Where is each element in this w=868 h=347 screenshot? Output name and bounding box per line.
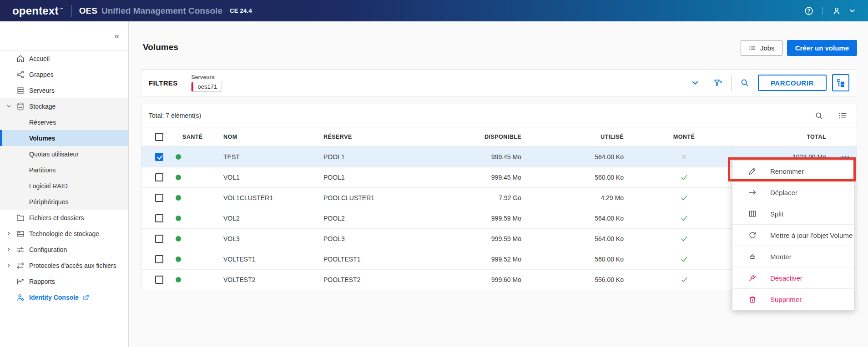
split-columns-icon	[748, 209, 757, 218]
browse-button[interactable]: PARCOURIR	[758, 75, 827, 91]
column-header-utilise[interactable]: UTILISÉ	[521, 134, 624, 140]
volume-total: 1023.00 Mo	[744, 153, 826, 161]
menu-item-supprimer[interactable]: Supprimer	[732, 289, 854, 310]
clear-filter-funnel-icon[interactable]	[713, 78, 723, 88]
page-actions: Jobs Créer un volume	[741, 40, 857, 56]
select-all-checkbox[interactable]	[155, 133, 163, 141]
sidebar-item-volumes[interactable]: Volumes	[0, 130, 128, 146]
column-settings-icon[interactable]	[838, 111, 848, 121]
report-chart-icon	[16, 277, 25, 286]
sidebar-collapse-icon[interactable]: «	[114, 31, 119, 40]
volume-used: 560.00 Ko	[521, 256, 624, 263]
chevron-right-icon	[6, 262, 16, 268]
chevron-right-icon	[6, 246, 16, 252]
row-checkbox[interactable]	[155, 214, 163, 222]
sidebar-item-label: Quotas utilisateur	[29, 151, 79, 158]
mounted-check-icon	[680, 235, 688, 243]
sidebar-collapse-row: «	[0, 21, 128, 50]
row-checkbox-checked[interactable]	[155, 153, 163, 161]
volume-pool: POOL1	[310, 153, 460, 161]
filter-group-serveurs: Serveurs oes171	[191, 74, 222, 92]
sidebar-item-fichiers-et-dossiers[interactable]: Fichiers et dossiers	[0, 210, 128, 226]
sidebar-item-accueil[interactable]: Accueil	[0, 50, 128, 66]
create-volume-button[interactable]: Créer un volume	[787, 40, 857, 56]
sidebar-item-serveurs[interactable]: Serveurs	[0, 82, 128, 98]
swap-arrows-icon	[16, 261, 25, 270]
health-status-dot	[176, 195, 181, 201]
row-checkbox[interactable]	[155, 173, 163, 181]
expand-filters-chevron-down-icon[interactable]	[690, 78, 700, 88]
sidebar-item-label: Volumes	[29, 135, 55, 142]
search-icon[interactable]	[740, 78, 750, 88]
pencil-icon	[748, 166, 757, 176]
sidebar-item-label: Rapports	[29, 278, 55, 285]
volume-name: VOLTEST2	[210, 276, 310, 283]
sidebar-item-logiciel-raid[interactable]: Logiciel RAID	[0, 178, 128, 194]
toolbar-divider	[831, 110, 831, 121]
sidebar-item-reserves[interactable]: Réserves	[0, 114, 128, 130]
sidebar-item-technologie-de-stockage[interactable]: Technologie de stockage	[0, 226, 128, 241]
column-header-disponible[interactable]: DISPONIBLE	[460, 134, 521, 140]
column-header-total[interactable]: TOTAL	[744, 134, 826, 140]
sidebar: « Accueil Grappes Serveurs	[0, 21, 129, 347]
menu-item-desactiver[interactable]: Désactiver	[732, 267, 854, 289]
sidebar-item-label: Grappes	[29, 71, 54, 78]
sidebar-item-label: Accueil	[29, 55, 50, 62]
storage-tech-icon	[16, 229, 25, 238]
volume-available: 999.52 Mo	[460, 256, 521, 263]
column-header-sante[interactable]: SANTÉ	[169, 134, 210, 140]
arrow-right-icon	[748, 188, 757, 197]
column-header-monte[interactable]: MONTÉ	[624, 134, 744, 140]
sidebar-item-label: Configuration	[29, 246, 67, 253]
row-checkbox[interactable]	[155, 235, 163, 243]
sidebar-item-peripheriques[interactable]: Périphériques	[0, 194, 128, 210]
opentext-logo: opentext™	[12, 5, 63, 17]
user-icon[interactable]	[832, 6, 842, 16]
server-filter-chip[interactable]: oes171	[191, 82, 222, 92]
volume-pool: POOLTEST2	[310, 276, 460, 283]
top-bar: opentext™ OES Unified Management Console…	[0, 0, 868, 21]
chevron-right-icon	[6, 231, 16, 236]
header-divider	[71, 5, 72, 17]
health-status-dot	[176, 236, 181, 241]
menu-item-deplacer[interactable]: Déplacer	[732, 182, 854, 203]
filter-divider	[731, 75, 732, 91]
sidebar-item-stockage[interactable]: Stockage	[0, 98, 128, 114]
menu-item-monter[interactable]: Monter	[732, 246, 854, 267]
sidebar-item-configuration[interactable]: Configuration	[0, 241, 128, 257]
menu-item-split[interactable]: Split	[732, 203, 854, 225]
row-checkbox[interactable]	[155, 194, 163, 202]
identity-user-gear-icon	[16, 293, 25, 302]
sidebar-item-label: Identity Console	[29, 294, 79, 301]
chevron-down-icon	[6, 103, 16, 109]
account-chevron-down-icon[interactable]	[848, 7, 856, 15]
sidebar-item-quotas-utilisateur[interactable]: Quotas utilisateur	[0, 146, 128, 162]
row-checkbox[interactable]	[155, 276, 163, 284]
menu-item-renommer[interactable]: Renommer	[732, 161, 854, 182]
volume-pool: POOLTEST1	[310, 256, 460, 263]
column-header-reserve[interactable]: RÉSERVE	[310, 134, 460, 140]
volume-used: 564.00 Ko	[521, 235, 624, 242]
sidebar-item-identity-console[interactable]: Identity Console	[0, 289, 128, 305]
page-title: Volumes	[143, 42, 178, 52]
sidebar-item-label: Réserves	[29, 119, 56, 126]
mounted-check-icon	[680, 194, 688, 202]
refresh-icon	[748, 231, 757, 240]
menu-item-mettre-a-jour[interactable]: Mettre à jour l'objet Volume	[732, 225, 854, 246]
row-checkbox[interactable]	[155, 255, 163, 263]
row-context-menu: Renommer Déplacer Split Mettre à jour l'…	[732, 160, 854, 311]
sidebar-item-grappes[interactable]: Grappes	[0, 66, 128, 82]
tree-view-button[interactable]	[832, 74, 849, 91]
sidebar-item-label: Partitions	[29, 166, 56, 174]
sidebar-item-label: Logiciel RAID	[29, 182, 68, 190]
sidebar-item-rapports[interactable]: Rapports	[0, 273, 128, 289]
mounted-check-icon	[680, 173, 688, 181]
help-icon[interactable]	[804, 6, 814, 16]
table-search-icon[interactable]	[814, 111, 824, 121]
filter-actions: PARCOURIR	[690, 74, 849, 91]
jobs-button[interactable]: Jobs	[741, 40, 782, 56]
column-header-nom[interactable]: NOM	[210, 134, 310, 140]
sidebar-item-protocoles-acces-fichiers[interactable]: Protocoles d'accès aux fichiers	[0, 257, 128, 273]
volume-pool: POOL3	[310, 235, 460, 242]
sidebar-item-partitions[interactable]: Partitions	[0, 162, 128, 178]
